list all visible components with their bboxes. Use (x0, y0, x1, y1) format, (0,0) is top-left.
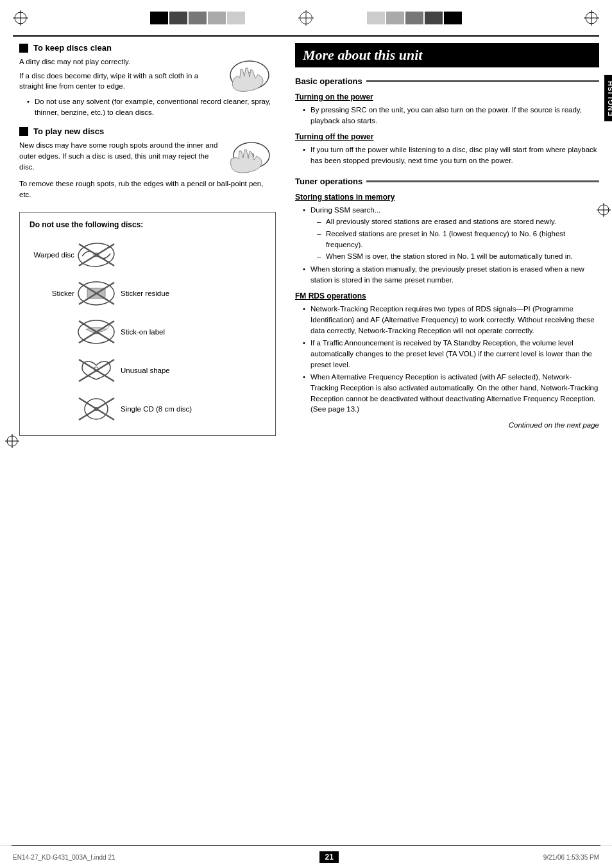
turning-on-bullets: By pressing SRC on the unit, you can als… (295, 105, 599, 126)
storing-bullets: During SSM search... All previously stor… (295, 205, 599, 286)
tuner-ops-line (366, 180, 599, 182)
section-icon (19, 44, 28, 53)
disc-icon-unusual (74, 355, 118, 386)
sticker-disc-svg (76, 279, 117, 308)
fm-rds-bullet1: Network-Tracking Reception requires two … (303, 304, 599, 336)
section-icon2 (19, 127, 28, 136)
footer-right: 9/21/06 1:53:35 PM (543, 854, 599, 861)
page-content: To keep discs clean A dirty disc may not… (0, 37, 612, 449)
page-number: 21 (319, 851, 338, 863)
keep-clean-body1: A dirty disc may not play correctly. (19, 56, 218, 67)
basic-ops-bar: Basic operations (295, 76, 599, 86)
fm-rds-bullets: Network-Tracking Reception requires two … (295, 304, 599, 415)
top-bar (0, 0, 612, 35)
footer-left: EN14-27_KD-G431_003A_f.indd 21 (13, 854, 115, 861)
turning-on-bullet1: By pressing SRC on the unit, you can als… (303, 105, 599, 126)
section-play-new-header: To play new discs (19, 126, 276, 136)
keep-clean-bullets: Do not use any solvent (for example, con… (19, 96, 276, 117)
bottom-bar: EN14-27_KD-G431_003A_f.indd 21 21 9/21/0… (0, 846, 612, 868)
disc-label-unusual: Unusual shape (121, 367, 170, 374)
keep-clean-body2: If a disc does become dirty, wipe it wit… (19, 71, 218, 92)
disc-row-unusual: Unusual shape (30, 354, 266, 387)
disc-label-stickon: Stick-on label (121, 328, 165, 336)
page-wrapper: To keep discs clean A dirty disc may not… (0, 0, 612, 868)
tuner-ops-title: Tuner operations (295, 177, 362, 186)
disc-icon-warped (74, 239, 118, 270)
continued-line: Continued on the next page (295, 421, 599, 429)
keep-clean-bullet1: Do not use any solvent (for example, con… (27, 96, 276, 117)
stickon-disc-svg (76, 318, 117, 346)
warped-disc-svg (76, 241, 117, 269)
disc-row-sticker: Sticker Sticker residue (30, 277, 266, 310)
right-column: More about this unit Basic operations Tu… (289, 43, 599, 442)
turning-on-title: Turning on the power (295, 92, 599, 101)
reg-mark-left-margin (5, 434, 19, 448)
section-keep-clean-title: To keep discs clean (33, 43, 112, 53)
reg-mark-right (584, 10, 599, 26)
english-sidebar: ENGLISH (604, 75, 612, 121)
disc-box: Do not use the following discs: Warped d… (19, 212, 276, 436)
reg-mark-right-margin (597, 203, 611, 217)
basic-ops-line (366, 80, 599, 82)
section-play-new-title: To play new discs (33, 126, 104, 136)
section-keep-clean-header: To keep discs clean (19, 43, 276, 53)
turning-off-bullets: If you turn off the power while listenin… (295, 144, 599, 166)
reg-mark-center (298, 10, 314, 26)
unusual-disc-svg (76, 356, 117, 385)
storing-bullet2: When storing a station manually, the pre… (303, 264, 599, 285)
storing-sub3: When SSM is over, the station stored in … (317, 251, 599, 262)
storing-bullet1: During SSM search... All previously stor… (303, 205, 599, 262)
disc-icon-sticker (74, 278, 118, 309)
main-title: More about this unit (295, 43, 599, 67)
play-new-body2: To remove these rough spots, rub the edg… (19, 178, 276, 200)
disc-row-single: Single CD (8 cm disc) (30, 392, 266, 426)
basic-ops-title: Basic operations (295, 76, 362, 86)
fm-rds-bullet2: If a Traffic Announcement is received by… (303, 338, 599, 370)
tuner-ops-bar: Tuner operations (295, 177, 599, 186)
storing-sub2: Received stations are preset in No. 1 (l… (317, 229, 599, 250)
disc-label-single: Single CD (8 cm disc) (121, 405, 192, 413)
reg-mark-left (13, 10, 28, 26)
disc-icon-single (74, 394, 118, 424)
storing-sub-bullets: All previously stored stations are erase… (310, 216, 599, 262)
continued-text: Continued on the next page (509, 421, 599, 429)
disc-row-stickon: Stick-on label (30, 315, 266, 349)
single-disc-svg (76, 395, 117, 423)
fm-rds-bullet3: When Alternative Frequency Reception is … (303, 372, 599, 415)
disc-label-warped: Warped disc (30, 251, 74, 259)
disc-row-warped: Warped disc (30, 238, 266, 272)
turning-off-title: Turning off the power (295, 132, 599, 141)
storing-stations-title: Storing stations in memory (295, 193, 599, 202)
fm-rds-title: FM RDS operations (295, 291, 599, 300)
disc-box-title: Do not use the following discs: (30, 220, 266, 229)
turning-off-bullet1: If you turn off the power while listenin… (303, 144, 599, 166)
storing-sub1: All previously stored stations are erase… (317, 216, 599, 227)
disc-clean-illustration (225, 59, 275, 94)
disc-icon-stickon (74, 317, 118, 347)
disc-new-illustration (225, 141, 275, 177)
disc-label-sticker-residue: Sticker residue (121, 290, 169, 297)
disc-label-sticker: Sticker (30, 290, 74, 297)
color-bars-right (367, 12, 462, 24)
left-column: To keep discs clean A dirty disc may not… (19, 43, 289, 442)
color-bars-left (150, 12, 245, 24)
play-new-body1: New discs may have some rough spots arou… (19, 140, 218, 172)
